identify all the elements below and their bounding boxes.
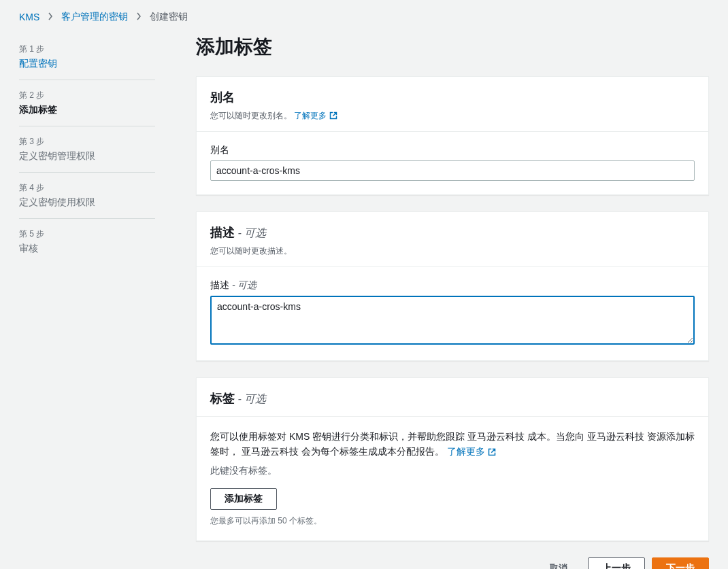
wizard-steps: 第 1 步 配置密钥 第 2 步 添加标签 第 3 步 定义密钥管理权限 第 4… <box>19 34 155 569</box>
alias-learn-more-link[interactable]: 了解更多 <box>294 109 337 122</box>
description-panel-title: 描述 - 可选 <box>210 226 266 239</box>
description-panel-desc: 您可以随时更改描述。 <box>210 245 695 257</box>
alias-panel-desc: 您可以随时更改别名。 了解更多 <box>210 109 695 122</box>
external-link-icon <box>329 111 337 120</box>
step-4: 第 4 步 定义密钥使用权限 <box>19 173 155 219</box>
description-field-label: 描述 - 可选 <box>210 279 695 292</box>
chevron-icon <box>48 12 53 22</box>
breadcrumb: KMS 客户管理的密钥 创建密钥 <box>0 0 728 34</box>
cancel-button[interactable]: 取消 <box>536 557 581 569</box>
tags-panel: 标签 - 可选 您可以使用标签对 KMS 密钥进行分类和标识，并帮助您跟踪 亚马… <box>196 377 709 541</box>
step-title: 配置密钥 <box>19 58 155 70</box>
previous-button[interactable]: 上一步 <box>588 557 645 569</box>
wizard-actions: 取消 上一步 下一步 <box>196 557 709 569</box>
next-button[interactable]: 下一步 <box>652 557 709 569</box>
breadcrumb-customer-keys[interactable]: 客户管理的密钥 <box>61 11 128 23</box>
tags-learn-more-link[interactable]: 了解更多 <box>447 444 496 459</box>
step-5: 第 5 步 审核 <box>19 219 155 264</box>
step-3: 第 3 步 定义密钥管理权限 <box>19 126 155 173</box>
no-tags-text: 此键没有标签。 <box>210 465 695 477</box>
add-tag-button[interactable]: 添加标签 <box>210 488 277 510</box>
step-1[interactable]: 第 1 步 配置密钥 <box>19 34 155 80</box>
step-num: 第 1 步 <box>19 44 155 55</box>
chevron-icon <box>136 12 142 22</box>
step-num: 第 3 步 <box>19 136 155 148</box>
step-num: 第 4 步 <box>19 182 155 194</box>
tags-body-text: 您可以使用标签对 KMS 密钥进行分类和标识，并帮助您跟踪 亚马逊云科技 成本。… <box>210 429 695 460</box>
alias-input[interactable] <box>210 160 695 181</box>
description-panel: 描述 - 可选 您可以随时更改描述。 描述 - 可选 <box>196 211 709 361</box>
alias-field-label: 别名 <box>210 144 695 156</box>
tags-hint: 您最多可以再添加 50 个标签。 <box>210 515 695 527</box>
breadcrumb-current: 创建密钥 <box>150 11 188 23</box>
description-textarea[interactable] <box>210 296 695 345</box>
step-2: 第 2 步 添加标签 <box>19 80 155 126</box>
step-title: 添加标签 <box>19 104 155 116</box>
alias-panel-title: 别名 <box>210 90 235 104</box>
alias-panel: 别名 您可以随时更改别名。 了解更多 别名 <box>196 76 709 195</box>
external-link-icon <box>488 448 496 456</box>
tags-panel-title: 标签 - 可选 <box>210 392 266 405</box>
step-num: 第 2 步 <box>19 90 155 101</box>
step-title: 定义密钥管理权限 <box>19 150 155 162</box>
step-num: 第 5 步 <box>19 228 155 240</box>
page-title: 添加标签 <box>196 34 709 60</box>
breadcrumb-kms[interactable]: KMS <box>19 12 39 22</box>
step-title: 定义密钥使用权限 <box>19 196 155 209</box>
step-title: 审核 <box>19 243 155 255</box>
